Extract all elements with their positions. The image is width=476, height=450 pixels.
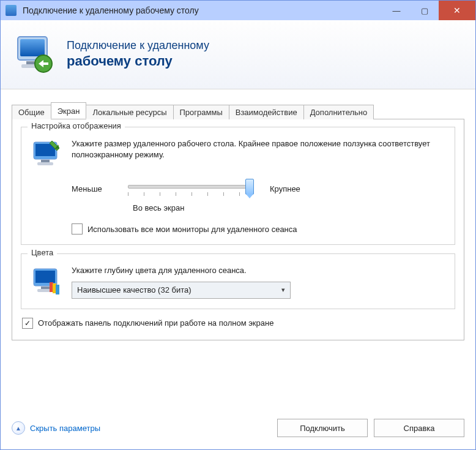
- hide-options-label: Скрыть параметры: [30, 424, 100, 433]
- slider-min-label: Меньше: [72, 184, 121, 193]
- tab-local-res[interactable]: Локальные ресурсы: [86, 105, 173, 119]
- content-area: Общие Экран Локальные ресурсы Программы …: [1, 89, 475, 410]
- svg-rect-7: [41, 160, 50, 162]
- header-banner: Подключение к удаленному рабочему столу: [1, 20, 475, 89]
- tab-programs[interactable]: Программы: [173, 105, 229, 119]
- color-depth-selected: Наивысшее качество (32 бита): [77, 285, 192, 294]
- show-connection-bar-checkbox[interactable]: [22, 318, 33, 329]
- window-buttons: — ▢ ✕: [382, 1, 475, 20]
- colors-legend: Цвета: [28, 248, 57, 257]
- tab-display[interactable]: Экран: [51, 102, 87, 119]
- tab-panel-display: Настройка отображения Укажите размер уда…: [12, 119, 464, 340]
- resolution-slider[interactable]: [125, 179, 254, 198]
- hide-options-link[interactable]: ▲ Скрыть параметры: [12, 421, 100, 435]
- connect-button[interactable]: Подключить: [277, 419, 368, 437]
- svg-rect-8: [37, 162, 53, 165]
- maximize-button[interactable]: ▢: [411, 1, 439, 20]
- banner-line1: Подключение к удаленному: [67, 39, 209, 53]
- display-config-legend: Настройка отображения: [28, 121, 125, 130]
- svg-rect-1: [20, 39, 45, 56]
- banner-title: Подключение к удаленному рабочему столу: [67, 39, 209, 70]
- close-button[interactable]: ✕: [439, 1, 475, 20]
- monitor-size-icon: [31, 138, 63, 170]
- footer: ▲ Скрыть параметры Подключить Справка: [1, 410, 475, 449]
- slider-thumb[interactable]: [245, 179, 254, 195]
- slider-ticks: [128, 192, 251, 196]
- svg-rect-11: [41, 287, 50, 289]
- rdp-window: Подключение к удаленному рабочему столу …: [0, 0, 476, 450]
- tab-experience[interactable]: Взаимодействие: [229, 105, 304, 119]
- display-config-desc: Укажите размер удаленного рабочего стола…: [72, 138, 445, 160]
- svg-rect-10: [35, 271, 55, 283]
- show-connection-bar-row: Отображать панель подключений при работе…: [22, 318, 455, 329]
- slider-value-label: Во весь экран: [133, 203, 445, 212]
- window-title: Подключение к удаленному рабочему столу: [23, 6, 382, 15]
- tab-advanced[interactable]: Дополнительно: [303, 105, 374, 119]
- use-all-monitors-label: Использовать все мои мониторы для удален…: [87, 225, 297, 234]
- use-all-monitors-checkbox[interactable]: [72, 223, 83, 234]
- tab-general[interactable]: Общие: [12, 105, 51, 119]
- tab-strip: Общие Экран Локальные ресурсы Программы …: [12, 102, 464, 119]
- chevron-down-icon: ▾: [281, 286, 285, 294]
- colors-desc: Укажите глубину цвета для удаленного сеа…: [72, 265, 445, 276]
- minimize-button[interactable]: —: [382, 1, 411, 20]
- use-all-monitors-row: Использовать все мои мониторы для удален…: [72, 223, 445, 234]
- slider-max-label: Крупнее: [270, 184, 300, 193]
- color-depth-icon: [31, 265, 63, 297]
- chevron-up-icon: ▲: [12, 421, 25, 435]
- title-bar: Подключение к удаленному рабочему столу …: [1, 1, 475, 20]
- help-button[interactable]: Справка: [374, 419, 464, 437]
- display-config-group: Настройка отображения Укажите размер уда…: [21, 127, 455, 245]
- show-connection-bar-label: Отображать панель подключений при работе…: [38, 318, 273, 328]
- color-depth-combo[interactable]: Наивысшее качество (32 бита) ▾: [72, 282, 291, 299]
- rdp-icon: [15, 34, 56, 75]
- app-icon: [6, 5, 17, 16]
- colors-group: Цвета Укажите глубину ц: [21, 253, 455, 309]
- banner-line2: рабочему столу: [67, 53, 209, 70]
- slider-track: [128, 185, 251, 189]
